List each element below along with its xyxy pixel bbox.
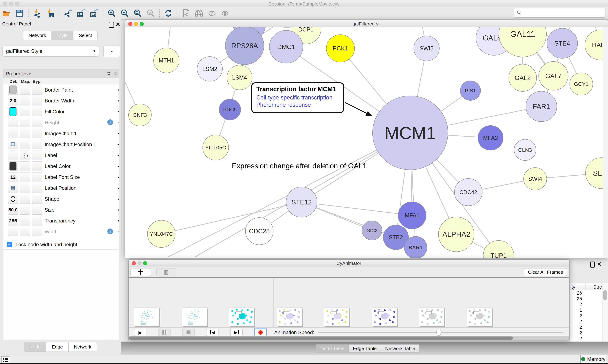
export-image-icon[interactable] [89,8,99,18]
cyanimator-scrollbar[interactable] [129,336,569,340]
zoom-in-icon[interactable] [107,8,117,18]
bypass-cell[interactable] [32,118,42,127]
frame-thumbnail-0[interactable] [134,308,159,326]
search-network-icon[interactable] [194,8,204,18]
zoom-selected-icon[interactable] [146,8,155,18]
property-row-label-font-size[interactable]: 12Label Font Size◀ [3,172,119,183]
zoom-fit-icon[interactable] [133,8,142,18]
cyanimator-titlebar[interactable]: CyAnimator [129,260,569,267]
annotation-link[interactable]: Cell-type-specific transcription [256,94,343,101]
bypass-cell[interactable] [32,227,42,236]
tab-network-table[interactable]: Network Table [381,344,420,353]
property-row-size[interactable]: 50.0Size◀ [3,205,119,216]
mapping-cell[interactable] [20,227,30,236]
property-row-border-paint[interactable]: Border Paint◀ [3,84,119,95]
property-row-width[interactable]: Widthi◀ [3,226,119,237]
table-row[interactable]: 2 [570,336,602,341]
add-frame-button[interactable] [130,268,151,276]
skip-to-start-button[interactable]: ◀ [206,329,219,336]
bypass-cell[interactable] [32,194,42,204]
network-canvas[interactable]: DCP1RPS28ADMC1PCK1SWI5GAL80GAL11STE4HAP2… [125,27,608,258]
column-header[interactable]: ity [570,284,575,290]
default-value-cell[interactable] [8,118,18,127]
mapping-cell[interactable] [20,107,30,116]
mapping-cell[interactable] [20,118,30,127]
default-value-cell[interactable] [8,85,18,95]
mapping-cell[interactable] [20,96,30,105]
tab-node-table[interactable]: Node Table [316,344,349,353]
annotation-box[interactable]: Transcription factor MCM1 Cell-type-spec… [251,82,344,113]
table-row[interactable]: 25 [570,296,602,302]
lock-checkbox[interactable]: ✓ [7,242,12,247]
memory-button[interactable]: Memory [580,355,606,364]
property-row-border-width[interactable]: 2.0Border Width◀ [3,95,119,106]
bypass-cell[interactable] [32,107,42,116]
property-row-fill-color[interactable]: Fill Color◀ [3,106,119,117]
expand-arrow-icon[interactable]: ◀ [117,131,119,136]
export-network-icon[interactable] [63,8,73,18]
network-scrollbar[interactable] [603,27,608,258]
refresh-icon[interactable] [163,8,173,18]
default-value-cell[interactable] [8,194,18,204]
mapping-cell[interactable] [20,161,30,171]
property-row-image-chart-position-1[interactable]: Image/Chart Position 1◀ [3,139,119,150]
frame-thumbnail-7[interactable] [467,308,492,326]
export-table-icon[interactable] [76,8,86,18]
float-panel-icon[interactable] [109,22,114,28]
info-icon[interactable]: i [107,229,113,234]
expand-arrow-icon[interactable]: ◀ [117,196,119,201]
properties-header[interactable]: Properties ▾ [3,69,119,78]
frame-thumbnail-1[interactable] [182,308,207,326]
table-scrollbar[interactable] [602,283,608,341]
style-selector[interactable]: galFiltered Style ▾ [2,46,99,57]
bypass-cell[interactable] [32,129,42,138]
tab-select[interactable]: Select [73,31,97,40]
property-row-transparency[interactable]: 255Transparency◀ [3,215,119,226]
record-button[interactable] [254,329,267,336]
slider-thumb[interactable] [436,329,441,336]
open-session-icon[interactable] [1,8,11,18]
play-button[interactable]: ▶ [134,329,146,336]
tab-network[interactable]: Network [23,31,52,40]
expand-arrow-icon[interactable]: ◀ [117,87,119,92]
property-row-label-color[interactable]: Label Color◀ [3,161,119,172]
bypass-cell[interactable] [32,161,42,171]
frame-thumbnail-2[interactable] [229,308,254,326]
import-network-icon[interactable] [32,8,42,18]
lock-node-size-row[interactable]: ✓ Lock node width and height [3,240,119,249]
property-row-label-position[interactable]: Label Position◀ [3,183,119,194]
show-panels-button[interactable] [1,356,10,364]
search-input[interactable] [514,8,606,18]
frame-thumbnail-6[interactable] [419,308,444,326]
table-row[interactable]: 2 [570,325,602,330]
scrollbar-thumb[interactable] [129,337,513,340]
mapping-cell[interactable] [20,205,30,215]
mapping-cell[interactable] [20,129,30,138]
close-table-icon[interactable]: ✕ [597,261,602,267]
expand-arrow-icon[interactable]: ◀ [117,120,119,125]
collapse-all-icon[interactable] [113,71,118,76]
stop-button[interactable] [182,329,194,336]
zoom-out-icon[interactable] [120,8,129,18]
expand-arrow-icon[interactable]: ◀ [117,153,119,158]
default-value-cell[interactable] [8,183,18,193]
mapping-cell[interactable]: ⋮› [20,151,30,160]
pause-button[interactable] [158,329,170,336]
skip-to-end-button[interactable]: ▶ [230,329,243,336]
property-row-shape[interactable]: Shape◀ [3,194,119,205]
default-value-cell[interactable] [8,129,18,138]
tab-edge[interactable]: Edge [46,342,69,352]
default-value-cell[interactable] [8,107,18,116]
property-row-image-chart-1[interactable]: Image/Chart 1◀ [3,128,119,139]
clipboard-icon[interactable] [181,8,191,18]
default-value-cell[interactable] [8,161,18,171]
hide-graphics-details-icon[interactable] [207,8,217,18]
default-value-cell[interactable]: 12 [8,172,18,182]
cyanimator-timeline[interactable]: 0123456789Seconds [129,277,569,327]
expand-arrow-icon[interactable]: ◀ [117,218,119,223]
expand-arrow-icon[interactable]: ◀ [117,142,119,147]
network-window-titlebar[interactable]: galFiltered.sif [125,20,608,27]
clear-all-frames-button[interactable]: Clear All Frames [524,268,567,276]
default-value-cell[interactable] [8,227,18,236]
expand-arrow-icon[interactable]: ◀ [117,229,119,234]
